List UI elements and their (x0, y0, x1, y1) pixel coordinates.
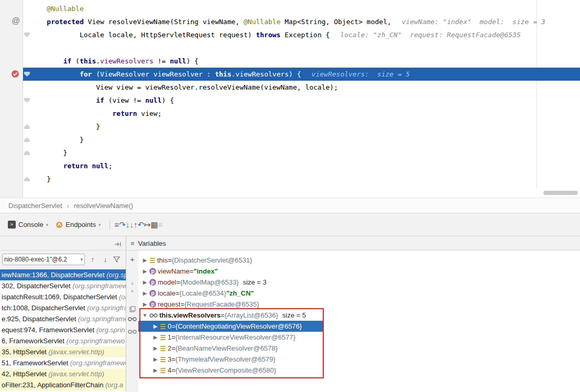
show-watches-icon[interactable] (126, 327, 138, 336)
code-line: return null; (30, 159, 580, 172)
frame-location: 6, FrameworkServlet (2, 337, 67, 345)
duplicate-watch-icon[interactable] (126, 305, 138, 314)
code-line: return view; (30, 107, 580, 120)
tree-chevron-icon[interactable]: ▶ (140, 288, 149, 299)
pin-icon[interactable] (114, 240, 122, 249)
force-step-into-icon[interactable]: ↓ (129, 220, 134, 229)
variable-row[interactable]: ▶this = {DispatcherServlet@6531} (138, 255, 580, 266)
variable-row[interactable]: ▶3 = {ThymeleafViewResolver@6579} (138, 354, 580, 365)
code-token: this (215, 70, 231, 78)
parameter-icon: p (149, 290, 156, 297)
panel-divider[interactable] (126, 236, 126, 392)
tree-chevron-icon[interactable]: ▶ (140, 299, 149, 310)
variable-row[interactable]: ▶4 = {ViewResolverComposite@6580} (138, 365, 580, 376)
variable-name: this (157, 255, 168, 266)
breadcrumb-separator-icon: › (63, 202, 73, 210)
frame-location: oFilter:231, ApplicationFilterChain (2, 381, 105, 389)
inline-debugger-hint: viewResolvers: size = 5 (312, 70, 410, 78)
variable-name: viewName (158, 266, 190, 277)
run-to-cursor-icon[interactable]: ↦ (144, 220, 151, 229)
variable-row[interactable]: ▶plocale = {Locale@6534} "zh_CN" (138, 288, 580, 299)
thread-selector-value: nio-8080-exec-1"@6,2 (4, 256, 80, 263)
code-editor[interactable]: @Nullable protected View resolveViewName… (0, 0, 580, 198)
stack-frame-row[interactable]: 6, FrameworkServlet (org.springframewo (0, 335, 126, 346)
variable-row[interactable]: ▶pmodel = {ModelMap@6533}size = 3 (138, 277, 580, 288)
variable-row[interactable]: ▶prequest = {RequestFacade@6535} (138, 299, 580, 310)
next-frame-icon[interactable]: ↓ (101, 255, 110, 264)
add-watch-icon[interactable]: + (126, 255, 138, 264)
editor-gutter (0, 0, 23, 198)
horizontal-scrollbar[interactable] (543, 191, 578, 195)
tab-endpoints[interactable]: Endpoints ▾ (52, 219, 104, 230)
frame-package: (org.springframewo (67, 337, 125, 345)
tree-chevron-icon[interactable]: ▶ (140, 255, 149, 266)
tree-chevron-icon[interactable]: ▶ (151, 343, 160, 354)
stack-frame-row[interactable]: iewName:1366, DispatcherServlet (org.sp (0, 269, 126, 280)
tree-chevron-icon[interactable]: ▶ (151, 321, 160, 332)
tree-chevron-icon[interactable]: ▶ (151, 332, 160, 343)
stack-frame-row[interactable]: ispatchResult:1069, DispatcherServlet (o… (0, 291, 126, 302)
stack-frame-row[interactable]: 302, DispatcherServlet (org.springframew (0, 280, 126, 291)
tab-console-label: Console (18, 221, 43, 228)
tree-chevron-icon[interactable]: ▶ (140, 266, 149, 277)
stack-frame-row[interactable]: e:925, DispatcherServlet (org.springfram… (0, 313, 126, 324)
variable-name: 3 (168, 354, 171, 365)
breadcrumb-class[interactable]: DispatcherServlet (7, 202, 63, 210)
variable-row[interactable]: ▶2 = {BeanNameViewResolver@6578} (138, 343, 580, 354)
variable-row[interactable]: ▶0 = {ContentNegotiatingViewResolver@657… (138, 321, 580, 332)
variable-value: {ThymeleafViewResolver@6579} (176, 354, 276, 365)
code-line: if (this.viewResolvers != null) { (30, 55, 580, 68)
code-token: } (30, 175, 51, 183)
stack-frame-row[interactable]: oFilter:231, ApplicationFilterChain (org… (0, 379, 126, 390)
tab-console[interactable]: > Console ▾ (4, 219, 52, 230)
chevron-down-icon: ▾ (80, 257, 83, 262)
code-token: ) { (161, 96, 173, 104)
stack-frame-row[interactable]: 51, FrameworkServlet (org.springframewo (0, 357, 126, 368)
frames-toolbar: nio-8080-exec-1"@6,2 ▾ ↑ ↓ (0, 251, 126, 268)
code-token: ( (71, 57, 80, 65)
code-line: } (30, 120, 580, 133)
variable-row[interactable]: ▼this.viewResolvers = {ArrayList@6536}si… (138, 310, 580, 321)
stack-frame-row[interactable]: 42, HttpServlet (javax.servlet.http) (0, 368, 126, 379)
step-over-icon[interactable]: ↷ (119, 220, 126, 229)
watches-icon[interactable] (126, 314, 138, 324)
variable-value: {InternalResourceViewResolver@6577} (176, 332, 296, 343)
frame-location: equest:974, FrameworkServlet (2, 326, 96, 334)
frame-package: (or (119, 293, 126, 301)
code-token: @Nullable (244, 18, 280, 26)
watches-toolbar: + ▴ ▾ (126, 251, 138, 392)
menu-icon[interactable]: ≡ (130, 239, 135, 247)
tree-chevron-icon[interactable]: ▶ (151, 354, 160, 365)
variable-row[interactable]: ▶pviewName = "index" (138, 266, 580, 277)
array-element-icon (160, 356, 166, 363)
move-watch-down-icon[interactable]: ▾ (126, 288, 138, 294)
equals-sign: = (190, 266, 194, 277)
code-token: null (170, 57, 186, 65)
stack-frame-row[interactable]: equest:974, FrameworkServlet (org.sprin (0, 324, 126, 335)
code-line: if (view != null) { (30, 94, 580, 107)
filter-frames-icon[interactable] (113, 256, 120, 263)
evaluate-grid-icon[interactable]: ▦ (151, 220, 158, 229)
code-token: ) { (186, 57, 198, 65)
drop-frame-icon[interactable]: ↶ (137, 220, 144, 229)
code-line: } (30, 146, 580, 159)
equals-sign: = (171, 321, 176, 332)
code-token: Locale locale, HttpServletRequest reques… (30, 31, 256, 39)
variable-row[interactable]: ▶1 = {InternalResourceViewResolver@6577} (138, 332, 580, 343)
frame-package: (org.springframewo (70, 359, 126, 367)
stack-frame-row[interactable]: tch:1008, DispatcherServlet (org.springf… (0, 302, 126, 313)
variable-value: {BeanNameViewResolver@6578} (176, 343, 278, 354)
thread-selector[interactable]: nio-8080-exec-1"@6,2 ▾ (2, 254, 85, 265)
stack-frame-row[interactable]: 35, HttpServlet (javax.servlet.http) (0, 346, 126, 357)
breakpoint-icon[interactable] (11, 70, 19, 78)
breadcrumb-method[interactable]: resolveViewName() (73, 202, 134, 210)
frame-location: 35, HttpServlet (2, 348, 49, 356)
more-icon[interactable]: ≡ (158, 220, 163, 229)
equals-sign: = (171, 343, 176, 354)
tree-chevron-icon[interactable]: ▶ (151, 365, 160, 376)
tree-chevron-icon[interactable]: ▶ (140, 277, 149, 288)
move-watch-up-icon[interactable]: ▴ (126, 280, 138, 286)
step-buttons: ≡↷↓↓↑↶↦▦≡ (115, 219, 163, 231)
previous-frame-icon[interactable]: ↑ (88, 255, 97, 264)
tree-chevron-icon[interactable]: ▼ (140, 310, 149, 321)
